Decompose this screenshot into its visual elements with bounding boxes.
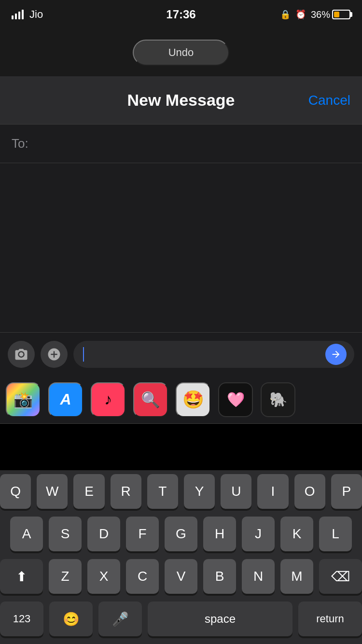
keyboard-row-4: 123 😊 🎤 space return xyxy=(0,598,362,644)
status-time: 17:36 xyxy=(166,8,195,21)
undo-button[interactable]: Undo xyxy=(133,40,229,66)
battery-fill xyxy=(334,12,339,17)
key-z[interactable]: Z xyxy=(49,559,82,594)
key-b[interactable]: B xyxy=(203,559,236,594)
key-s[interactable]: S xyxy=(49,517,82,551)
key-d[interactable]: D xyxy=(87,517,120,551)
send-icon xyxy=(331,349,341,360)
heart-app-icon[interactable]: 🩷 xyxy=(218,382,253,417)
key-x[interactable]: X xyxy=(87,559,120,594)
message-area[interactable] xyxy=(0,163,362,332)
shift-key[interactable]: ⬆ xyxy=(0,559,43,594)
key-g[interactable]: G xyxy=(165,517,197,551)
appstore-app-icon[interactable]: A xyxy=(48,382,83,417)
battery-container: 36% xyxy=(311,9,350,20)
app-strip: 📸 A ♪ 🔍 🤩 🩷 🐘 xyxy=(0,376,362,424)
keyboard-row-3: ⬆ Z X C V B N M ⌫ xyxy=(0,555,362,598)
key-f[interactable]: F xyxy=(126,517,159,551)
appstore-icon xyxy=(47,347,61,362)
keyboard-row-1: Q W E R T Y U I O P xyxy=(0,470,362,513)
key-i[interactable]: I xyxy=(257,474,288,509)
message-input-wrap[interactable] xyxy=(73,341,354,368)
evernote-app-icon[interactable]: 🐘 xyxy=(261,382,295,417)
key-a[interactable]: A xyxy=(10,517,43,551)
camera-icon xyxy=(14,347,28,362)
key-n[interactable]: N xyxy=(242,559,275,594)
battery-icon xyxy=(332,10,350,19)
carrier-text: Jio xyxy=(29,8,43,21)
key-h[interactable]: H xyxy=(203,517,236,551)
key-r[interactable]: R xyxy=(111,474,141,509)
key-m[interactable]: M xyxy=(280,559,313,594)
key-l[interactable]: L xyxy=(319,517,352,551)
page-title: New Message xyxy=(127,91,235,110)
photos-app-icon[interactable]: 📸 xyxy=(6,382,41,417)
key-o[interactable]: O xyxy=(294,474,325,509)
key-p[interactable]: P xyxy=(331,474,362,509)
input-bar xyxy=(0,332,362,376)
camera-button[interactable] xyxy=(8,341,35,368)
key-w[interactable]: W xyxy=(37,474,68,509)
keyboard-row-2: A S D F G H J K L xyxy=(0,513,362,555)
appstore-button[interactable] xyxy=(41,341,68,368)
keyboard: Q W E R T Y U I O P A S D F G H J K L ⬆ … xyxy=(0,470,362,644)
message-input[interactable] xyxy=(84,348,325,361)
return-key[interactable]: return xyxy=(298,602,362,636)
mic-key[interactable]: 🎤 xyxy=(98,602,142,636)
to-field[interactable]: To: xyxy=(0,125,362,163)
alarm-icon: ⏰ xyxy=(295,9,306,20)
key-k[interactable]: K xyxy=(280,517,313,551)
key-u[interactable]: U xyxy=(221,474,251,509)
battery-percent: 36% xyxy=(311,9,330,20)
key-t[interactable]: T xyxy=(147,474,178,509)
signal-bars xyxy=(12,10,24,19)
key-c[interactable]: C xyxy=(126,559,159,594)
status-left: Jio xyxy=(12,8,43,21)
key-j[interactable]: J xyxy=(242,517,275,551)
delete-key[interactable]: ⌫ xyxy=(319,559,362,594)
globe-app-icon[interactable]: 🔍 xyxy=(133,382,168,417)
numbers-key[interactable]: 123 xyxy=(0,602,43,636)
cancel-button[interactable]: Cancel xyxy=(308,93,350,108)
status-bar: Jio 17:36 🔒 ⏰ 36% xyxy=(0,0,362,29)
key-v[interactable]: V xyxy=(165,559,197,594)
memoji-app-icon[interactable]: 🤩 xyxy=(176,382,210,417)
status-right: 🔒 ⏰ 36% xyxy=(280,9,350,20)
music-app-icon[interactable]: ♪ xyxy=(91,382,125,417)
header: New Message Cancel xyxy=(0,76,362,125)
to-input[interactable] xyxy=(32,136,350,151)
to-label: To: xyxy=(12,136,28,151)
key-q[interactable]: Q xyxy=(0,474,31,509)
lock-icon: 🔒 xyxy=(280,9,291,20)
key-e[interactable]: E xyxy=(73,474,104,509)
space-key[interactable]: space xyxy=(148,602,292,636)
key-y[interactable]: Y xyxy=(184,474,215,509)
emoji-key[interactable]: 😊 xyxy=(49,602,93,636)
send-button[interactable] xyxy=(325,344,347,365)
